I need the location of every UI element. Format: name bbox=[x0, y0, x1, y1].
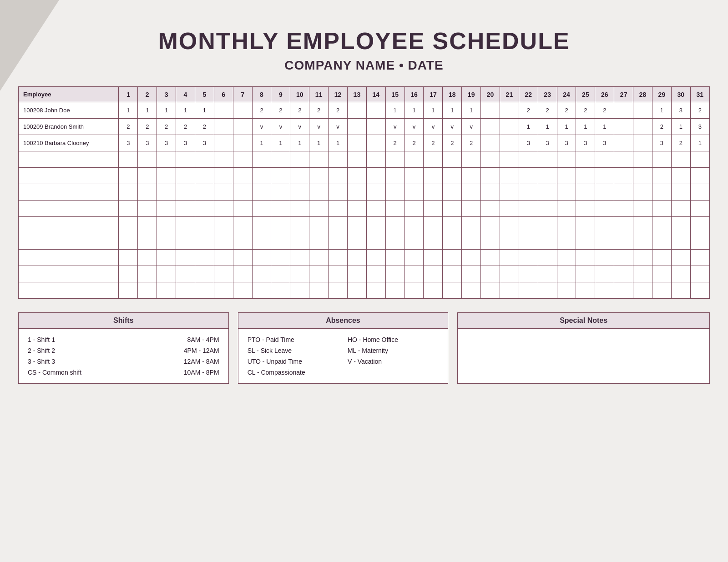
cell-0-10: 2 bbox=[309, 102, 329, 119]
cell-11-13 bbox=[366, 282, 385, 299]
cell-9-1 bbox=[138, 250, 157, 266]
cell-3-10 bbox=[309, 151, 329, 168]
cell-2-19 bbox=[481, 135, 500, 151]
cell-1-29: 1 bbox=[671, 119, 690, 135]
cell-7-26 bbox=[614, 217, 633, 233]
cell-5-1 bbox=[138, 184, 157, 201]
cell-10-25 bbox=[595, 266, 614, 282]
cell-9-0 bbox=[119, 250, 138, 266]
day-header-31: 31 bbox=[690, 87, 709, 102]
cell-2-7: 1 bbox=[252, 135, 271, 151]
shift-time-1: 4PM - 12AM bbox=[184, 347, 219, 354]
cell-1-22: 1 bbox=[538, 119, 557, 135]
cell-0-20 bbox=[500, 102, 519, 119]
cell-1-15: v bbox=[404, 119, 424, 135]
cell-0-3: 1 bbox=[176, 102, 195, 119]
cell-5-0 bbox=[119, 184, 138, 201]
cell-7-27 bbox=[633, 217, 652, 233]
cell-9-6 bbox=[233, 250, 252, 266]
cell-7-25 bbox=[595, 217, 614, 233]
cell-11-16 bbox=[424, 282, 443, 299]
cell-11-4 bbox=[195, 282, 214, 299]
employee-name-5 bbox=[19, 184, 119, 201]
cell-8-0 bbox=[119, 233, 138, 250]
cell-2-23: 3 bbox=[557, 135, 576, 151]
shift-label-3: CS - Common shift bbox=[28, 369, 81, 376]
cell-2-25: 3 bbox=[595, 135, 614, 151]
cell-3-29 bbox=[671, 151, 690, 168]
cell-7-24 bbox=[576, 217, 595, 233]
cell-7-16 bbox=[424, 217, 443, 233]
cell-5-22 bbox=[538, 184, 557, 201]
day-header-24: 24 bbox=[557, 87, 576, 102]
cell-7-11 bbox=[329, 217, 348, 233]
cell-4-14 bbox=[385, 168, 404, 184]
table-row bbox=[19, 201, 710, 217]
cell-11-8 bbox=[271, 282, 290, 299]
day-header-28: 28 bbox=[633, 87, 652, 102]
absences-content: PTO - Paid TimeHO - Home OfficeSL - Sick… bbox=[238, 329, 448, 383]
absence-item-0: PTO - Paid Time bbox=[248, 336, 339, 343]
absence-item-7 bbox=[348, 369, 439, 376]
cell-4-25 bbox=[595, 168, 614, 184]
cell-4-29 bbox=[671, 168, 690, 184]
cell-8-24 bbox=[576, 233, 595, 250]
cell-0-30: 2 bbox=[690, 102, 709, 119]
cell-0-26 bbox=[614, 102, 633, 119]
shift-label-0: 1 - Shift 1 bbox=[28, 336, 55, 343]
employee-name-8 bbox=[19, 233, 119, 250]
cell-10-13 bbox=[366, 266, 385, 282]
cell-1-5 bbox=[214, 119, 233, 135]
cell-2-12 bbox=[347, 135, 366, 151]
cell-4-12 bbox=[347, 168, 366, 184]
cell-10-12 bbox=[347, 266, 366, 282]
cell-9-28 bbox=[652, 250, 671, 266]
cell-11-25 bbox=[595, 282, 614, 299]
cell-1-3: 2 bbox=[176, 119, 195, 135]
cell-4-20 bbox=[500, 168, 519, 184]
shift-time-0: 8AM - 4PM bbox=[187, 336, 219, 343]
cell-9-11 bbox=[329, 250, 348, 266]
cell-3-15 bbox=[404, 151, 424, 168]
shifts-content: 1 - Shift 18AM - 4PM2 - Shift 24PM - 12A… bbox=[19, 329, 228, 383]
table-row bbox=[19, 184, 710, 201]
cell-6-7 bbox=[252, 201, 271, 217]
cell-9-21 bbox=[519, 250, 538, 266]
employee-name-11 bbox=[19, 282, 119, 299]
cell-2-5 bbox=[214, 135, 233, 151]
day-header-26: 26 bbox=[595, 87, 614, 102]
cell-9-13 bbox=[366, 250, 385, 266]
cell-4-22 bbox=[538, 168, 557, 184]
cell-9-2 bbox=[157, 250, 176, 266]
employee-name-10 bbox=[19, 266, 119, 282]
cell-6-25 bbox=[595, 201, 614, 217]
cell-2-8: 1 bbox=[271, 135, 290, 151]
cell-2-30: 1 bbox=[690, 135, 709, 151]
cell-11-9 bbox=[290, 282, 309, 299]
shift-row-2: 3 - Shift 312AM - 8AM bbox=[28, 358, 219, 365]
cell-5-20 bbox=[500, 184, 519, 201]
cell-4-17 bbox=[443, 168, 462, 184]
cell-4-27 bbox=[633, 168, 652, 184]
cell-1-14: v bbox=[385, 119, 404, 135]
cell-8-5 bbox=[214, 233, 233, 250]
cell-7-7 bbox=[252, 217, 271, 233]
cell-5-30 bbox=[690, 184, 709, 201]
cell-8-11 bbox=[329, 233, 348, 250]
cell-3-28 bbox=[652, 151, 671, 168]
cell-9-22 bbox=[538, 250, 557, 266]
shift-time-3: 10AM - 8PM bbox=[184, 369, 219, 376]
cell-7-29 bbox=[671, 217, 690, 233]
cell-2-10: 1 bbox=[309, 135, 329, 151]
cell-6-20 bbox=[500, 201, 519, 217]
cell-3-5 bbox=[214, 151, 233, 168]
cell-4-18 bbox=[462, 168, 481, 184]
cell-6-29 bbox=[671, 201, 690, 217]
cell-8-15 bbox=[404, 233, 424, 250]
cell-3-16 bbox=[424, 151, 443, 168]
cell-10-14 bbox=[385, 266, 404, 282]
cell-6-14 bbox=[385, 201, 404, 217]
cell-6-16 bbox=[424, 201, 443, 217]
cell-8-25 bbox=[595, 233, 614, 250]
day-header-30: 30 bbox=[671, 87, 690, 102]
